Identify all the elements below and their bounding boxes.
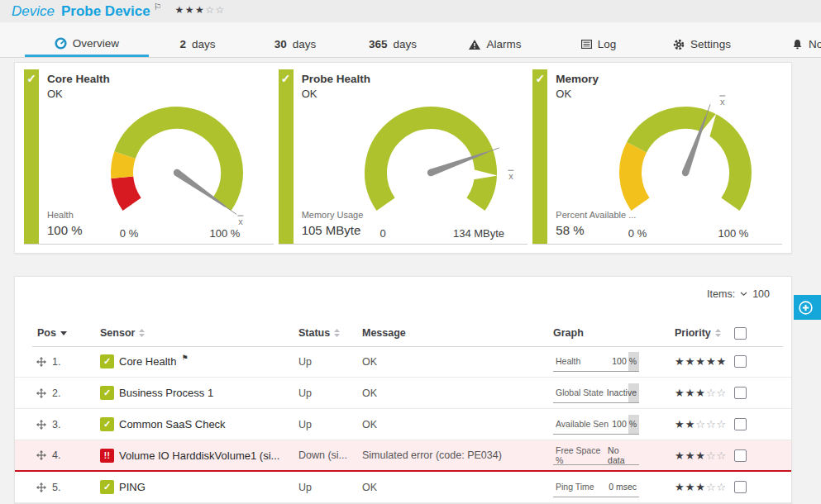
- tab-30-days[interactable]: 30days: [246, 31, 344, 57]
- message-text: Simulated error (code: PE034): [354, 449, 547, 461]
- row-checkbox[interactable]: [734, 481, 747, 493]
- primary-channel: Memory Usage 105 MByte: [302, 210, 364, 237]
- gauge-title: Core Health: [47, 73, 110, 85]
- mini-graph[interactable]: Ping Time 0 msec: [553, 478, 639, 497]
- sensor-link[interactable]: PING: [119, 481, 146, 493]
- sensor-link[interactable]: Core Health: [119, 355, 176, 368]
- column-header-graph[interactable]: Graph: [547, 327, 666, 339]
- priority-stars[interactable]: ★★☆☆☆: [666, 418, 733, 430]
- row-checkbox[interactable]: [734, 418, 747, 430]
- gear-icon: [673, 39, 685, 50]
- tab-2-days[interactable]: 2days: [149, 31, 246, 57]
- message-text: OK: [354, 419, 547, 430]
- priority-stars[interactable]: ★★★☆☆: [666, 387, 733, 399]
- tab-settings[interactable]: Settings: [648, 31, 756, 57]
- device-priority-stars[interactable]: ★★★☆☆: [175, 4, 226, 16]
- column-header-status[interactable]: Status: [290, 327, 354, 339]
- move-handle-icon[interactable]: [36, 388, 46, 398]
- sensor-state-icon: ✓: [100, 386, 114, 400]
- gauge-card-probe-health[interactable]: ✓ Probe Health OK x0134 MByte Memory Usa…: [279, 69, 528, 245]
- move-handle-icon[interactable]: [36, 483, 46, 492]
- mini-graph[interactable]: Available Sen 100 %: [553, 415, 639, 435]
- mini-graph-label: Available Sen: [556, 419, 609, 429]
- sort-desc-icon: [60, 331, 67, 335]
- flag-icon[interactable]: ⚐: [154, 2, 162, 12]
- svg-text:x: x: [720, 97, 725, 107]
- gauge-status: OK: [556, 88, 571, 100]
- items-count-dropdown[interactable]: Items: 100: [707, 288, 770, 300]
- move-handle-icon[interactable]: [36, 357, 46, 367]
- sensor-state-icon: ✓: [100, 417, 114, 431]
- mini-graph-label: Health: [556, 356, 580, 366]
- mini-graph[interactable]: Health 100 %: [553, 352, 639, 372]
- tab-365-days[interactable]: 365days: [344, 31, 442, 57]
- tab-log[interactable]: Log: [549, 31, 648, 57]
- bell-icon: [792, 39, 803, 50]
- object-kind-label: Device: [12, 3, 55, 20]
- mini-graph[interactable]: Global State Inactive: [553, 383, 639, 403]
- status-text: Up: [290, 482, 354, 493]
- svg-text:0 %: 0 %: [119, 227, 138, 240]
- table-row[interactable]: 3. ✓ Common SaaS Check ⚑ Up OK Available…: [15, 409, 791, 440]
- mini-graph-value: No data: [608, 445, 637, 465]
- table-row[interactable]: 1. ✓ Core Health ⚑ Up OK Health 100 % ★★…: [15, 346, 791, 378]
- move-handle-icon[interactable]: [36, 420, 46, 430]
- table-row[interactable]: 4. !! Volume IO HarddiskVolume1 (si... ⚑…: [15, 440, 791, 472]
- sensor-link[interactable]: Volume IO HarddiskVolume1 (si...: [119, 449, 279, 462]
- row-checkbox[interactable]: [734, 449, 747, 462]
- move-handle-icon[interactable]: [36, 450, 46, 460]
- mini-graph-label: Free Space %: [556, 445, 608, 465]
- status-text: Up: [290, 356, 354, 368]
- mini-graph[interactable]: Free Space % No data: [553, 445, 639, 465]
- gauge-icon: [55, 37, 67, 50]
- table-row[interactable]: 2. ✓ Business Process 1 ⚑ Up OK Global S…: [15, 378, 791, 409]
- priority-stars[interactable]: ★★★☆☆: [666, 481, 733, 493]
- table-row[interactable]: 5. ✓ PING ⚑ Up OK Ping Time 0 msec ★★★☆☆: [15, 472, 791, 503]
- gauges-panel: ✓ Core Health OK x0 %100 % Health 100 % …: [14, 62, 792, 254]
- sensor-link[interactable]: Common SaaS Check: [119, 418, 226, 430]
- svg-text:100 %: 100 %: [718, 227, 749, 240]
- sort-both-icon: [715, 329, 721, 337]
- message-text: OK: [354, 388, 547, 399]
- svg-text:x: x: [509, 171, 514, 181]
- sensor-ok-bar: ✓: [532, 69, 547, 244]
- row-checkbox[interactable]: [734, 387, 747, 399]
- sort-both-icon: [139, 329, 145, 337]
- gauge-card-core-health[interactable]: ✓ Core Health OK x0 %100 % Health 100 %: [24, 69, 274, 245]
- sensor-ok-bar: ✓: [24, 69, 39, 244]
- page-title[interactable]: Probe Device: [61, 3, 150, 20]
- mini-graph-value: 100 %: [612, 419, 637, 429]
- column-header-pos[interactable]: Pos: [32, 327, 92, 339]
- svg-text:134 MByte: 134 MByte: [453, 227, 504, 240]
- mini-graph-value: 100 %: [612, 356, 637, 366]
- flag-icon: ⚑: [181, 354, 188, 362]
- gauge-chart: x0134 MByte: [336, 93, 526, 244]
- message-text: OK: [354, 356, 547, 368]
- sensor-state-icon: !!: [100, 449, 114, 463]
- gauge-card-memory[interactable]: ✓ Memory OK x0 %100 % Percent Available …: [532, 69, 782, 245]
- tab-notifications[interactable]: Notifications: [756, 31, 821, 57]
- tab-alarms[interactable]: Alarms: [442, 31, 549, 57]
- priority-stars[interactable]: ★★★☆☆: [666, 449, 733, 462]
- select-all-checkbox[interactable]: [734, 327, 747, 340]
- sensor-table-panel: Items: 100 Pos Sensor Status Message Gra…: [14, 276, 792, 504]
- sort-both-icon: [334, 329, 340, 337]
- primary-channel: Health 100 %: [47, 210, 83, 237]
- mini-graph-label: Ping Time: [556, 482, 594, 492]
- column-header-priority[interactable]: Priority: [666, 327, 733, 339]
- svg-text:100 %: 100 %: [209, 227, 240, 240]
- row-checkbox[interactable]: [734, 355, 747, 368]
- gauge-status: OK: [302, 88, 317, 100]
- status-text: Up: [290, 388, 354, 399]
- tab-overview[interactable]: Overview: [25, 31, 149, 57]
- column-header-sensor[interactable]: Sensor: [92, 327, 290, 339]
- column-header-message[interactable]: Message: [354, 327, 547, 339]
- add-button[interactable]: [794, 295, 821, 320]
- message-text: OK: [354, 482, 547, 493]
- title-bar: Device Probe Device ⚐ ★★★☆☆: [0, 0, 821, 22]
- svg-text:0: 0: [380, 227, 386, 240]
- mini-graph-value: Inactive: [607, 388, 637, 397]
- gauge-title: Probe Health: [302, 73, 370, 85]
- sensor-link[interactable]: Business Process 1: [119, 387, 213, 399]
- priority-stars[interactable]: ★★★★★: [666, 355, 733, 368]
